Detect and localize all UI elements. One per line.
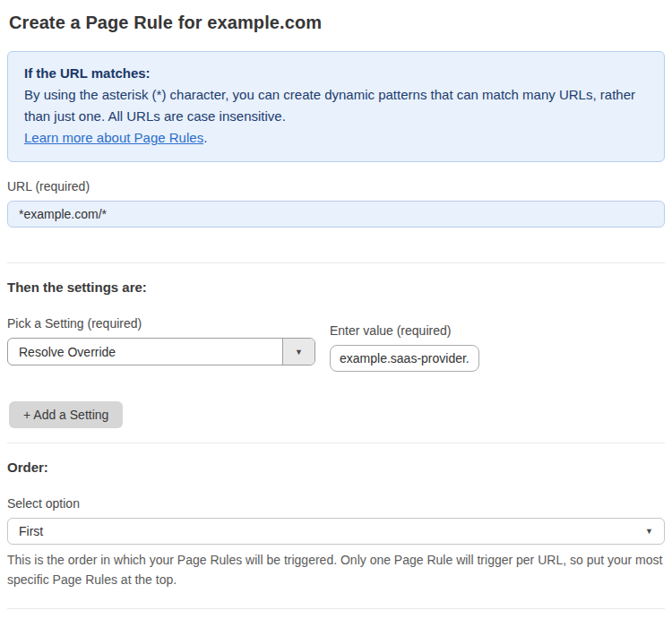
setting-value-input[interactable] <box>330 345 479 372</box>
info-box-body: By using the asterisk (*) character, you… <box>24 84 648 127</box>
order-select-label: Select option <box>7 496 665 511</box>
info-box-heading: If the URL matches: <box>24 63 648 84</box>
settings-row: Pick a Setting (required) Resolve Overri… <box>7 316 665 372</box>
chevron-down-icon[interactable]: ▼ <box>282 339 314 365</box>
settings-section-heading: Then the settings are: <box>7 279 665 295</box>
page-title: Create a Page Rule for example.com <box>9 13 665 33</box>
info-box-link-line: Learn more about Page Rules. <box>24 127 648 149</box>
order-help-text: This is the order in which your Page Rul… <box>7 550 663 589</box>
setting-value-column: Enter value (required) <box>330 323 479 372</box>
add-setting-button[interactable]: + Add a Setting <box>9 401 123 428</box>
setting-select-dropdown[interactable]: Resolve Override ▼ <box>7 338 315 365</box>
url-input[interactable] <box>7 201 665 228</box>
chevron-down-icon: ▼ <box>645 527 653 536</box>
setting-select-column: Pick a Setting (required) Resolve Overri… <box>7 316 315 365</box>
setting-select-label: Pick a Setting (required) <box>7 316 315 331</box>
section-divider <box>7 443 665 443</box>
url-field-label: URL (required) <box>7 179 665 193</box>
setting-select-value: Resolve Override <box>8 339 282 365</box>
order-section-heading: Order: <box>7 460 665 475</box>
section-divider <box>7 608 665 609</box>
create-page-rule-panel: Create a Page Rule for example.com If th… <box>0 0 672 619</box>
link-suffix-period: . <box>203 130 207 145</box>
learn-more-page-rules-link[interactable]: Learn more about Page Rules <box>24 130 203 145</box>
order-select-value: First <box>19 524 645 538</box>
order-select-dropdown[interactable]: First ▼ <box>7 518 665 545</box>
url-match-info-box: If the URL matches: By using the asteris… <box>7 51 665 162</box>
value-field-label: Enter value (required) <box>330 323 479 338</box>
section-divider <box>7 262 665 263</box>
